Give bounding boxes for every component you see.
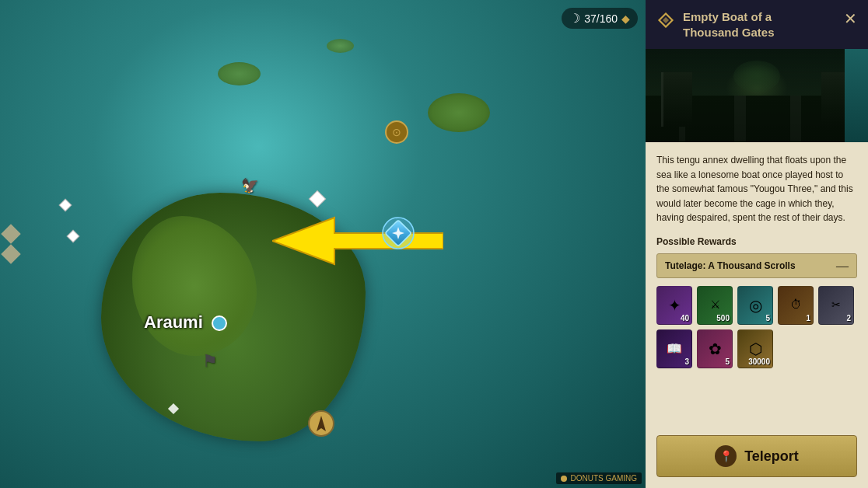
rewards-grid: ✦ 40 ⚔ 500 ◎ 5 ⏱ 1 ✂ 2 📖 3 — [656, 286, 857, 368]
araumi-icon — [212, 315, 227, 331]
reward-item-8: ⬡ 30000 — [737, 329, 773, 368]
teleport-icon: 📍 — [715, 445, 737, 467]
small-island-2 — [218, 62, 261, 85]
tiny-island — [327, 39, 354, 53]
nav-left — [4, 227, 18, 261]
currency-icon: ◆ — [621, 12, 630, 25]
reward-icon-2: ⚔ — [710, 299, 720, 311]
teleport-text: Teleport — [744, 448, 799, 465]
rewards-label: Possible Rewards — [656, 236, 857, 247]
close-button[interactable]: ✕ — [844, 11, 857, 26]
image-accent — [845, 49, 868, 142]
teleport-button[interactable]: 📍 Teleport — [656, 435, 857, 477]
reward-icon-5: ✂ — [831, 300, 841, 311]
reward-count-6: 3 — [684, 357, 689, 366]
nav-diamond-up[interactable] — [1, 224, 20, 243]
reward-count-3: 5 — [765, 314, 770, 322]
map-area[interactable]: Araumi ⊙ 🦅 ⚑ — [0, 0, 646, 488]
rewards-dropdown-text: Tutelage: A Thousand Scrolls — [665, 260, 796, 271]
brown-marker[interactable]: ⊙ — [385, 120, 408, 144]
reward-item-6: 📖 3 — [656, 329, 692, 368]
panel-content: This tengu annex dwelling that floats up… — [646, 142, 868, 435]
reward-item-7: ✿ 5 — [697, 329, 733, 368]
reward-count-5: 2 — [846, 314, 851, 322]
moon-count: 37/160 — [584, 12, 618, 25]
reward-count-1: 40 — [681, 314, 689, 322]
white-marker[interactable] — [167, 403, 180, 418]
svg-rect-2 — [168, 403, 179, 414]
nav-diamond-down[interactable] — [1, 244, 20, 263]
panel-image-preview — [646, 49, 868, 142]
reward-count-8: 30000 — [748, 357, 770, 366]
reward-icon-6: 📖 — [667, 343, 682, 355]
reward-count-4: 1 — [806, 314, 810, 322]
rewards-dropdown[interactable]: Tutelage: A Thousand Scrolls — — [656, 253, 857, 278]
reward-icon-3: ◎ — [749, 298, 762, 313]
reward-item-4: ⏱ 1 — [778, 286, 814, 325]
reward-count-2: 500 — [716, 314, 730, 322]
watermark-text: DONUTS GAMING — [570, 474, 637, 483]
moon-indicator: ☽ 37/160 ◆ — [562, 8, 638, 29]
panel-header-left: Empty Boat of a Thousand Gates — [656, 9, 775, 40]
reward-icon-8: ⬡ — [749, 341, 762, 357]
panel-header: Empty Boat of a Thousand Gates ✕ — [646, 0, 868, 49]
teleport-marker-map[interactable] — [307, 410, 335, 437]
flag-marker[interactable]: ⚑ — [202, 351, 218, 371]
target-marker[interactable] — [381, 216, 415, 250]
panel-image-overlay — [646, 49, 868, 142]
svg-marker-3 — [272, 218, 443, 264]
bird-marker-1: 🦅 — [241, 177, 258, 194]
reward-icon-7: ✿ — [709, 341, 722, 357]
watermark: DONUTS GAMING — [556, 472, 642, 484]
reward-item-2: ⚔ 500 — [697, 286, 733, 325]
panel-title: Empty Boat of a Thousand Gates — [683, 9, 775, 40]
reward-item-5: ✂ 2 — [818, 286, 854, 325]
yellow-arrow — [272, 210, 443, 272]
reward-item-3: ◎ 5 — [737, 286, 773, 325]
watermark-dot — [561, 476, 567, 482]
moon-icon: ☽ — [569, 11, 580, 26]
araumi-label: Araumi — [144, 312, 227, 333]
reward-icon-1: ✦ — [668, 298, 681, 313]
reward-item-1: ✦ 40 — [656, 286, 692, 325]
reward-icon-4: ⏱ — [790, 299, 802, 311]
rewards-dropdown-icon: — — [836, 259, 849, 273]
reward-count-7: 5 — [725, 357, 730, 366]
info-panel: Empty Boat of a Thousand Gates ✕ This te… — [646, 0, 868, 488]
header-diamond-icon — [656, 11, 675, 30]
panel-description: This tengu annex dwelling that floats up… — [656, 153, 857, 225]
small-island-1 — [428, 93, 490, 132]
